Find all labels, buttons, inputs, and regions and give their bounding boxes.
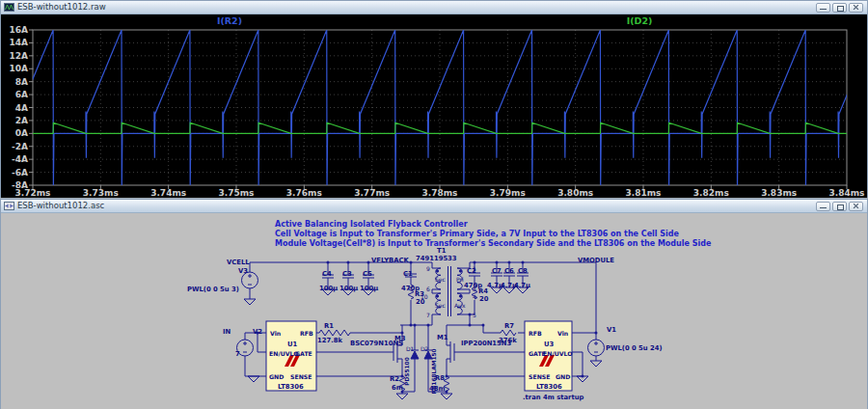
y-tick-label: 10A	[10, 64, 29, 73]
u3-pin-gnd: GND	[556, 373, 570, 380]
xfmr-sec2: Sec	[435, 302, 446, 309]
schematic-window-icon	[4, 202, 14, 210]
u3-part: LT8306	[536, 383, 562, 391]
header-line-2: Cell Voltage is Input to Transformer's P…	[275, 230, 680, 238]
xfmr-pin-4: 4	[473, 293, 476, 300]
waveform-titlebar[interactable]: ESB-without1012.raw	[1, 1, 867, 14]
src-v1-value: PWL(0 0 5u 24)	[606, 344, 663, 352]
schematic-titlebar[interactable]: ESB-without1012.asc	[1, 200, 867, 213]
y-tick-label: 4A	[15, 103, 28, 113]
y-tick-label: 14A	[10, 38, 29, 47]
x-tick-label: 3.84ms	[829, 188, 865, 198]
schematic-window: ESB-without1012.asc	[0, 199, 868, 409]
schematic-close-button[interactable]	[849, 202, 863, 211]
schematic-restore-button[interactable]	[832, 202, 847, 211]
y-tick-label: -4A	[12, 154, 28, 164]
y-tick-label: 2A	[15, 116, 28, 125]
mos-m1-name: M1	[437, 334, 448, 341]
xfmr-part: 749119533	[416, 255, 457, 262]
restore-icon	[837, 204, 844, 210]
u3-pin-enuvlo: EN/UVLO	[543, 350, 572, 357]
schematic-minimize-button[interactable]	[816, 202, 830, 211]
src-v3-name: V3	[238, 267, 248, 275]
res-r2-name: R2	[390, 375, 399, 383]
waveform-close-button[interactable]	[849, 3, 863, 13]
dio-d1-part: PDS5100	[404, 357, 410, 385]
cap-c1-name: C1	[403, 270, 413, 278]
x-tick-label: 3.78ms	[422, 188, 458, 198]
waveform-chart[interactable]: 3.72ms3.73ms3.74ms3.75ms3.76ms3.77ms3.78…	[1, 14, 867, 198]
dio-d1-name: D1	[406, 345, 415, 352]
ltspice-application: ESB-without1012.raw 3.72ms3.73ms3.74ms3.…	[0, 0, 868, 409]
cap-c8-name: C8	[518, 267, 528, 275]
x-tick-label: 3.79ms	[490, 188, 526, 198]
node-in: IN	[223, 328, 231, 336]
header-line-1: Active Balancing Isolated Flyback Contro…	[275, 220, 468, 229]
xfmr-pin-5: 5	[473, 312, 476, 318]
dio-d2-name: D2	[420, 345, 429, 352]
cap-c3-value: 100µ	[339, 285, 358, 292]
schematic-drawing[interactable]: Active Balancing Isolated Flyback Contro…	[1, 214, 867, 409]
res-r8-name: R8	[435, 374, 445, 382]
res-r1-name: R1	[324, 322, 334, 330]
u3-name: U3	[544, 341, 555, 348]
y-tick-label: 12A	[10, 51, 29, 61]
xfmr-pin-10: 10	[420, 293, 428, 300]
cap-c6-name: C6	[504, 267, 514, 275]
y-tick-label: 16A	[10, 25, 29, 35]
schematic-canvas[interactable]: Active Balancing Isolated Flyback Contro…	[1, 213, 867, 409]
u1-pin-enuvlo: EN/UVLO	[269, 350, 298, 357]
res-r1-value: 127.8k	[317, 337, 342, 344]
y-tick-label: -6A	[12, 168, 28, 177]
xfmr-pin-7: 7	[426, 312, 430, 318]
y-tick-label: -8A	[12, 180, 28, 190]
x-tick-label: 3.77ms	[354, 188, 390, 198]
src-v3-value: PWL(0 0 5u 3)	[187, 286, 239, 293]
mos-m3-name: M3	[394, 335, 406, 342]
u1-pin-rfb: RFB	[300, 330, 313, 337]
src-v2-value: 7	[235, 350, 240, 358]
waveform-minimize-button[interactable]	[816, 3, 830, 13]
u1-part: LT8306	[278, 383, 304, 391]
u1-name: U1	[287, 341, 298, 348]
cap-c4-name: C4	[322, 270, 332, 278]
cap-c2-name: C2	[467, 267, 476, 275]
mos-m1-part: IPP200N15N3	[461, 340, 512, 347]
x-tick-label: 3.76ms	[286, 188, 322, 198]
waveform-plot-area[interactable]: 3.72ms3.73ms3.74ms3.75ms3.76ms3.77ms3.78…	[1, 14, 867, 198]
waveform-window-title: ESB-without1012.raw	[17, 2, 816, 13]
restore-icon	[837, 6, 844, 12]
minimize-icon	[820, 207, 827, 208]
waveform-window-icon	[4, 3, 14, 12]
y-tick-label: -2A	[12, 142, 28, 151]
x-tick-label: 3.80ms	[557, 188, 593, 198]
u1-pin-sense: SENSE	[290, 373, 312, 380]
schematic-window-title: ESB-without1012.asc	[17, 201, 816, 211]
transformer-t1	[432, 262, 470, 325]
u3-pin-vin: Vin	[557, 330, 568, 337]
legend-I(D2)[interactable]: I(D2)	[627, 15, 653, 26]
node-vflyback: VFLYBACK	[371, 257, 410, 264]
node-vmodule: VMODULE	[578, 257, 614, 264]
legend-I(R2)[interactable]: I(R2)	[217, 15, 242, 26]
u3-pin-rfb: RFB	[529, 330, 542, 337]
res-r4-value: 20	[479, 295, 489, 303]
waveform-window: ESB-without1012.raw 3.72ms3.73ms3.74ms3.…	[0, 0, 868, 198]
u1-pin-gnd: GND	[269, 373, 284, 380]
x-tick-label: 3.74ms	[150, 188, 186, 198]
cap-c5-value: 100µ	[360, 285, 378, 292]
u1-pin-gate: GATE	[295, 350, 312, 357]
trace-I(D2)	[1, 123, 867, 133]
node-vcell: VCELL	[227, 259, 250, 266]
minimize-icon	[820, 9, 827, 10]
xfmr-sec1: Sec	[435, 276, 446, 283]
x-tick-label: 3.83ms	[761, 188, 797, 198]
waveform-restore-button[interactable]	[832, 3, 847, 13]
trace-I(R2)	[1, 30, 867, 189]
y-tick-label: 8A	[15, 77, 28, 87]
xfmr-name: T1	[437, 247, 447, 255]
x-tick-label: 3.81ms	[626, 188, 662, 198]
res-r2-value: 6m	[392, 384, 403, 392]
x-tick-label: 3.75ms	[219, 188, 255, 198]
sim-directive: .tran 4m startup	[523, 394, 583, 401]
